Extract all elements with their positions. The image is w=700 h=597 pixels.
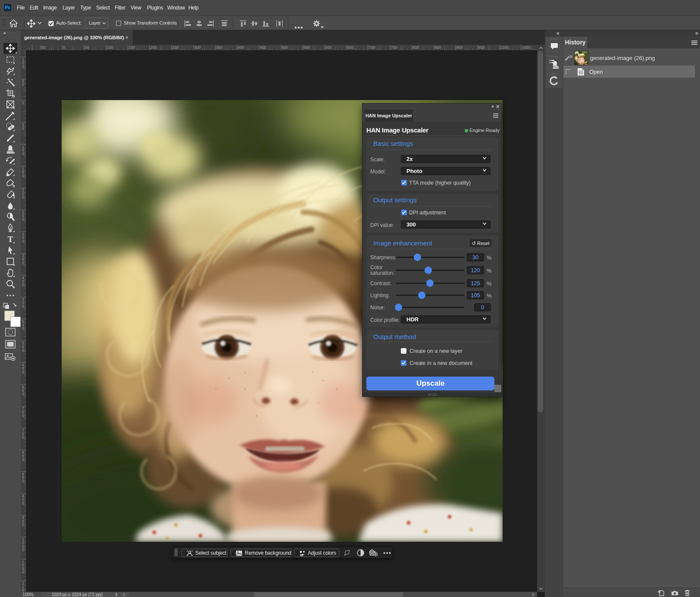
svg-text:T: T bbox=[8, 235, 13, 244]
